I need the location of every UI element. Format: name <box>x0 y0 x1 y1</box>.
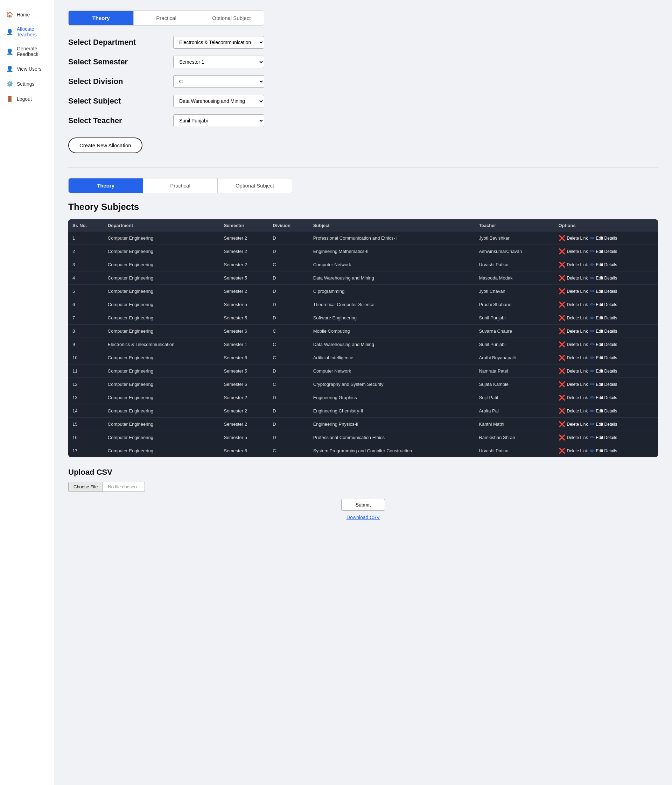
cell-div: C <box>268 378 309 391</box>
cell-sr: 17 <box>68 444 103 458</box>
cell-teacher: Jyoti Chavan <box>475 285 554 298</box>
edit-details-button[interactable]: ✏ Edit Details <box>590 275 617 281</box>
download-csv-button[interactable]: Download CSV <box>346 514 380 520</box>
delete-link-button[interactable]: ❌ Delete Link <box>559 434 588 441</box>
edit-icon: ✏ <box>590 394 595 401</box>
cell-sem: Semester 6 <box>219 378 268 391</box>
choose-file-button[interactable]: Choose File <box>68 482 103 492</box>
table-row: 12 Computer Engineering Semester 6 C Cry… <box>68 378 658 391</box>
edit-details-button[interactable]: ✏ Edit Details <box>590 301 617 308</box>
cell-sr: 9 <box>68 338 103 351</box>
edit-details-button[interactable]: ✏ Edit Details <box>590 235 617 241</box>
cell-dept: Computer Engineering <box>103 364 220 378</box>
department-select[interactable]: Electronics & Telecommunication Computer… <box>173 36 264 48</box>
cell-options: ❌ Delete Link ✏ Edit Details <box>555 245 658 258</box>
top-tab-practical[interactable]: Practical <box>134 11 199 25</box>
cell-teacher: Ramkishan Shrae <box>475 431 554 444</box>
edit-details-button[interactable]: ✏ Edit Details <box>590 367 617 374</box>
edit-icon: ✏ <box>590 354 595 361</box>
cell-dept: Computer Engineering <box>103 272 220 285</box>
settings-icon: ⚙️ <box>6 80 13 87</box>
cell-subject: Data Warehousing and Mining <box>309 272 475 285</box>
sidebar-item-generate-feedback[interactable]: 👤Generate Feedback <box>0 42 54 61</box>
delete-link-button[interactable]: ❌ Delete Link <box>559 354 588 361</box>
cell-subject: Engineering Mathematics-II <box>309 245 475 258</box>
delete-icon: ❌ <box>559 261 565 268</box>
edit-details-button[interactable]: ✏ Edit Details <box>590 354 617 361</box>
cell-teacher: Kanthi Mathi <box>475 418 554 431</box>
delete-link-button[interactable]: ❌ Delete Link <box>559 248 588 255</box>
generate-feedback-icon: 👤 <box>6 48 13 55</box>
cell-options: ❌ Delete Link ✏ Edit Details <box>555 351 658 364</box>
cell-sem: Semester 5 <box>219 272 268 285</box>
sidebar-label-home: Home <box>17 12 30 17</box>
delete-link-button[interactable]: ❌ Delete Link <box>559 314 588 321</box>
bottom-tab-theory[interactable]: Theory <box>69 178 143 193</box>
delete-icon: ❌ <box>559 248 565 255</box>
delete-link-button[interactable]: ❌ Delete Link <box>559 421 588 427</box>
edit-details-button[interactable]: ✏ Edit Details <box>590 434 617 441</box>
delete-link-button[interactable]: ❌ Delete Link <box>559 275 588 281</box>
top-tab-theory[interactable]: Theory <box>69 11 134 25</box>
semester-select[interactable]: Semester 1 Semester 2 Semester 3 Semeste… <box>173 56 264 68</box>
delete-link-button[interactable]: ❌ Delete Link <box>559 301 588 308</box>
submit-button[interactable]: Submit <box>341 499 385 511</box>
delete-link-button[interactable]: ❌ Delete Link <box>559 394 588 401</box>
subject-select[interactable]: Data Warehousing and Mining Computer Net… <box>173 95 264 107</box>
edit-details-button[interactable]: ✏ Edit Details <box>590 447 617 454</box>
table-row: 5 Computer Engineering Semester 2 D C pr… <box>68 285 658 298</box>
delete-icon: ❌ <box>559 367 565 374</box>
edit-details-button[interactable]: ✏ Edit Details <box>590 421 617 427</box>
edit-details-button[interactable]: ✏ Edit Details <box>590 408 617 414</box>
delete-link-button[interactable]: ❌ Delete Link <box>559 447 588 454</box>
col-div: Division <box>268 219 309 231</box>
cell-options: ❌ Delete Link ✏ Edit Details <box>555 298 658 311</box>
cell-dept: Computer Engineering <box>103 325 220 338</box>
delete-link-button[interactable]: ❌ Delete Link <box>559 367 588 374</box>
create-allocation-button[interactable]: Create New Allocation <box>68 138 143 153</box>
bottom-tab-practical[interactable]: Practical <box>143 178 218 193</box>
delete-link-button[interactable]: ❌ Delete Link <box>559 261 588 268</box>
edit-details-button[interactable]: ✏ Edit Details <box>590 288 617 294</box>
edit-details-button[interactable]: ✏ Edit Details <box>590 394 617 401</box>
table-row: 16 Computer Engineering Semester 5 D Pro… <box>68 431 658 444</box>
teacher-select[interactable]: Sunil Punjabi Jyoti Bavishkar Urvashi Pa… <box>173 114 264 127</box>
sidebar-item-logout[interactable]: 🚪Logout <box>0 91 54 106</box>
edit-details-button[interactable]: ✏ Edit Details <box>590 341 617 348</box>
cell-sem: Semester 2 <box>219 418 268 431</box>
delete-link-button[interactable]: ❌ Delete Link <box>559 408 588 414</box>
delete-link-button[interactable]: ❌ Delete Link <box>559 288 588 294</box>
delete-link-button[interactable]: ❌ Delete Link <box>559 328 588 335</box>
edit-icon: ✏ <box>590 434 595 441</box>
edit-details-button[interactable]: ✏ Edit Details <box>590 261 617 268</box>
delete-link-button[interactable]: ❌ Delete Link <box>559 341 588 348</box>
edit-icon: ✏ <box>590 408 595 414</box>
allocation-form: Select Department Electronics & Telecomm… <box>68 36 658 153</box>
semester-row: Select Semester Semester 1 Semester 2 Se… <box>68 56 658 68</box>
top-tab-group: Theory Practical Optional Subject <box>68 11 264 25</box>
cell-div: D <box>268 298 309 311</box>
division-select[interactable]: A B C D <box>173 75 264 88</box>
sidebar: 🏠Home👤Allocate Teachers👤Generate Feedbac… <box>0 0 54 785</box>
sidebar-item-view-users[interactable]: 👤View Users <box>0 61 54 76</box>
cell-options: ❌ Delete Link ✏ Edit Details <box>555 272 658 285</box>
delete-link-button[interactable]: ❌ Delete Link <box>559 381 588 388</box>
edit-details-button[interactable]: ✏ Edit Details <box>590 248 617 255</box>
edit-details-button[interactable]: ✏ Edit Details <box>590 328 617 335</box>
cell-options: ❌ Delete Link ✏ Edit Details <box>555 231 658 245</box>
cell-dept: Computer Engineering <box>103 378 220 391</box>
table-row: 11 Computer Engineering Semester 5 D Com… <box>68 364 658 378</box>
edit-details-button[interactable]: ✏ Edit Details <box>590 381 617 388</box>
sidebar-item-home[interactable]: 🏠Home <box>0 7 54 22</box>
edit-details-button[interactable]: ✏ Edit Details <box>590 314 617 321</box>
cell-div: D <box>268 231 309 245</box>
cell-subject: Professional Communication and Ethics- I <box>309 231 475 245</box>
sidebar-item-settings[interactable]: ⚙️Settings <box>0 76 54 91</box>
cell-div: D <box>268 404 309 418</box>
cell-dept: Computer Engineering <box>103 351 220 364</box>
delete-link-button[interactable]: ❌ Delete Link <box>559 235 588 241</box>
sidebar-item-allocate-teachers[interactable]: 👤Allocate Teachers <box>0 22 54 42</box>
section-divider <box>68 167 658 167</box>
top-tab-optional[interactable]: Optional Subject <box>199 11 264 25</box>
bottom-tab-optional[interactable]: Optional Subject <box>218 178 292 193</box>
